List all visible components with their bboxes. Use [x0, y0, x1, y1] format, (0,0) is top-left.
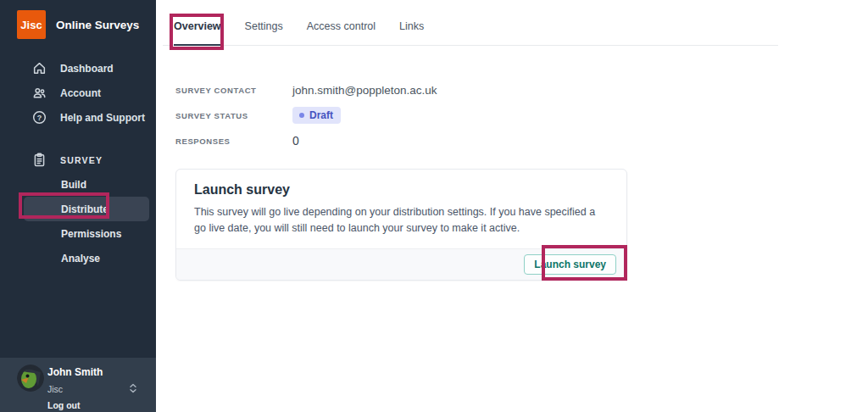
sidebar-section-survey: SURVEY: [0, 148, 156, 172]
sidebar-item-build[interactable]: Build: [24, 172, 149, 197]
sidebar-item-analyse[interactable]: Analyse: [24, 246, 149, 270]
field-label: RESPONSES: [175, 136, 292, 146]
clipboard-icon: [31, 153, 47, 168]
sidebar-nav: Dashboard Account ?: [0, 56, 156, 130]
online-surveys-page: Jisc Online Surveys Dashboard Account: [0, 0, 868, 412]
launch-survey-button[interactable]: Launch survey: [524, 254, 616, 275]
sidebar-section-label: SURVEY: [60, 155, 103, 165]
user-name: John Smith: [47, 365, 153, 378]
app-header: Jisc Online Surveys: [0, 0, 156, 39]
sidebar: Jisc Online Surveys Dashboard Account: [0, 0, 156, 412]
card-title: Launch survey: [176, 170, 626, 198]
field-responses: RESPONSES 0: [175, 128, 868, 153]
field-label: SURVEY STATUS: [175, 111, 292, 120]
org-name: Jisc: [47, 384, 63, 394]
sidebar-item-distribute[interactable]: Distribute: [24, 197, 149, 221]
main-content: Overview Settings Access control Links S…: [156, 0, 868, 412]
home-icon: [31, 61, 47, 76]
status-dot-icon: [299, 113, 304, 118]
status-badge: Draft: [292, 107, 341, 124]
card-footer: Launch survey: [176, 248, 626, 280]
tab-bar: Overview Settings Access control Links: [163, 0, 778, 46]
jisc-logo[interactable]: Jisc: [17, 10, 46, 39]
sidebar-item-label: Analyse: [61, 253, 100, 264]
field-survey-status: SURVEY STATUS Draft: [175, 103, 868, 128]
field-survey-contact: SURVEY CONTACT john.smith@poppleton.ac.u…: [175, 77, 868, 103]
sidebar-item-label: Account: [60, 87, 101, 99]
users-icon: [31, 86, 47, 101]
user-panel: John Smith Jisc Log out: [0, 358, 156, 412]
launch-survey-card: Launch survey This survey will go live d…: [175, 169, 627, 281]
tab-overview[interactable]: Overview: [174, 20, 221, 46]
sidebar-item-label: Permissions: [61, 228, 121, 240]
survey-summary: SURVEY CONTACT john.smith@poppleton.ac.u…: [156, 46, 868, 153]
status-badge-label: Draft: [309, 109, 333, 121]
tab-settings[interactable]: Settings: [245, 20, 283, 45]
tab-access-control[interactable]: Access control: [307, 20, 376, 45]
avatar[interactable]: [17, 365, 44, 392]
app-title: Online Surveys: [56, 19, 139, 31]
user-info: John Smith Jisc Log out: [47, 365, 153, 412]
sidebar-item-help[interactable]: ? Help and Support: [0, 105, 156, 130]
card-description: This survey will go live depending on yo…: [176, 198, 626, 248]
sidebar-item-label: Dashboard: [60, 63, 114, 75]
sidebar-item-dashboard[interactable]: Dashboard: [0, 56, 156, 81]
survey-contact-value: john.smith@poppleton.ac.uk: [292, 84, 437, 97]
sidebar-item-label: Distribute: [61, 203, 108, 215]
chevron-updown-icon: [129, 381, 137, 397]
field-label: SURVEY CONTACT: [175, 86, 292, 95]
svg-text:?: ?: [36, 114, 42, 122]
tab-links[interactable]: Links: [399, 20, 424, 45]
org-selector[interactable]: Jisc: [47, 381, 153, 397]
logout-link[interactable]: Log out: [47, 400, 153, 410]
responses-count: 0: [292, 134, 299, 148]
sidebar-item-label: Build: [61, 179, 86, 191]
sidebar-item-label: Help and Support: [60, 112, 145, 124]
sidebar-item-permissions[interactable]: Permissions: [24, 221, 149, 246]
help-icon: ?: [31, 110, 47, 125]
sidebar-item-account[interactable]: Account: [0, 81, 156, 105]
